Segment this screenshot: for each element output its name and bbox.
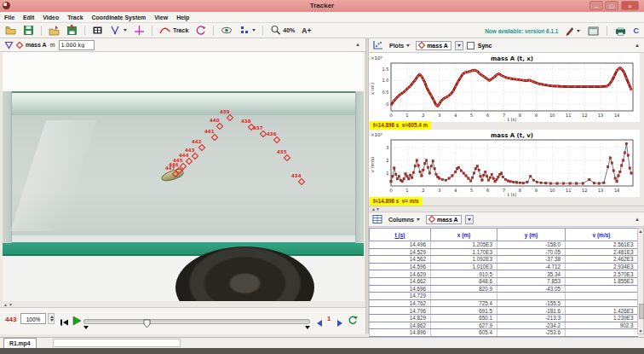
- mass-value-input[interactable]: [59, 40, 95, 50]
- scroll-down-icon[interactable]: ▼: [638, 328, 643, 334]
- data-table[interactable]: t (s)x (m)y (m)v (m/s) 14.4961.205E3-158…: [369, 228, 638, 337]
- table-cell: 14.829: [370, 314, 431, 322]
- zoom-button[interactable]: 40%: [268, 24, 296, 37]
- svg-text:1: 1: [405, 113, 408, 118]
- scrollbar-thumb[interactable]: [639, 304, 644, 319]
- axes-button[interactable]: [132, 24, 147, 37]
- table-cell: 1.426E3: [566, 307, 638, 315]
- plot-v-vs-t[interactable]: 01234567891011121314123t (s) ×10³ mass A…: [369, 130, 640, 197]
- filmstrip-icon: [92, 25, 103, 36]
- plot1-scale-label: ×10³: [371, 55, 382, 61]
- play-button[interactable]: [72, 314, 82, 329]
- table-row[interactable]: 14.896605.4-253.6: [370, 329, 638, 337]
- zoom-spinner-buttons[interactable]: [48, 313, 55, 324]
- plots-button-label: Plots: [389, 43, 404, 49]
- plot-track-select[interactable]: mass A: [416, 41, 451, 50]
- table-row[interactable]: 14.762725.4-155.5: [370, 299, 638, 307]
- clip-start-marker[interactable]: [83, 326, 89, 329]
- table-row[interactable]: 14.729: [370, 293, 638, 300]
- open-button[interactable]: [3, 24, 18, 37]
- svg-text:4: 4: [454, 113, 457, 118]
- export-button[interactable]: [65, 24, 79, 37]
- svg-text:11: 11: [566, 188, 571, 193]
- table-cell: 2.570E3: [566, 270, 638, 278]
- print-button[interactable]: [613, 26, 628, 37]
- column-header-ts[interactable]: t (s): [370, 229, 431, 241]
- table-track-dropdown[interactable]: [465, 215, 474, 224]
- menu-help[interactable]: Help: [176, 15, 189, 20]
- table-row[interactable]: 14.5291.170E3-70.052.481E3: [370, 248, 638, 256]
- columns-button-label: Columns: [388, 217, 414, 223]
- step-forward-button[interactable]: [336, 316, 344, 331]
- table-row[interactable]: 14.829650.1-213.31.239E3: [370, 314, 638, 322]
- collapse-trackbar-arrow[interactable]: ▲: [355, 42, 360, 47]
- pencil-icon: [565, 26, 575, 36]
- column-header-ym[interactable]: y (m): [497, 229, 566, 241]
- table-row[interactable]: 14.862627.9-234.2902.3: [370, 322, 638, 329]
- menu-view[interactable]: View: [154, 15, 168, 20]
- close-button[interactable]: ×: [621, 1, 639, 10]
- collapse-table-arrow[interactable]: ▲: [635, 217, 640, 222]
- pencil-drawing-button[interactable]: [563, 25, 582, 37]
- slider-thumb[interactable]: [143, 316, 151, 332]
- world-view-button[interactable]: [238, 24, 257, 37]
- update-notice[interactable]: Now available: version 6.1.1: [485, 28, 558, 34]
- title-bar[interactable]: Tracker – □ ×: [0, 0, 644, 13]
- table-row[interactable]: 14.796691.5-181.61.426E3: [370, 307, 638, 315]
- step-back-button[interactable]: [315, 316, 324, 331]
- table-row[interactable]: 14.696820.9-43.05: [370, 285, 638, 293]
- table-cell: -158.0: [497, 241, 566, 249]
- new-track-button[interactable]: Track: [158, 24, 190, 37]
- track-control-bar: mass A m ▲: [0, 38, 365, 52]
- svg-text:t (s): t (s): [508, 117, 516, 122]
- dropdown-caret-icon: [457, 44, 461, 47]
- video-zoom-value[interactable]: 100%: [20, 313, 46, 324]
- visibility-button[interactable]: [219, 24, 234, 37]
- memory-refresh-button[interactable]: C: [632, 26, 641, 36]
- table-cell: 1.239E3: [566, 314, 638, 322]
- table-row[interactable]: 14.662848.67.8531.855E3: [370, 277, 638, 285]
- save-button[interactable]: [21, 24, 36, 37]
- loop-button[interactable]: [348, 313, 358, 328]
- collapse-plots-arrow[interactable]: ▲: [635, 43, 640, 48]
- table-scrollbar[interactable]: ▲ ▼: [637, 228, 644, 334]
- table-row[interactable]: 14.629910.535.342.570E3: [370, 270, 638, 278]
- table-cell: 14.596: [370, 263, 431, 270]
- columns-menu-button[interactable]: Columns: [386, 216, 423, 223]
- sync-checkbox[interactable]: [467, 42, 474, 49]
- calibration-tools-button[interactable]: [108, 24, 129, 37]
- plot-x-vs-t[interactable]: 0123456789101112131400.51.01.5t (s) ×10³…: [369, 53, 640, 122]
- minimize-button[interactable]: –: [589, 1, 603, 10]
- desktop-button[interactable]: [586, 26, 601, 37]
- table-row[interactable]: 14.5961.010E3-4.7122.934E3: [370, 263, 638, 270]
- maximize-button[interactable]: □: [605, 1, 618, 10]
- video-player-bar: 443 100% 1: [0, 307, 365, 334]
- reset-button[interactable]: [60, 315, 69, 330]
- plot-track-dropdown[interactable]: [455, 41, 463, 50]
- menu-edit[interactable]: Edit: [23, 15, 34, 20]
- font-size-button[interactable]: A+: [300, 26, 313, 36]
- scroll-up-icon[interactable]: ▲: [638, 229, 643, 234]
- column-header-vms[interactable]: v (m/s): [566, 229, 638, 241]
- table-cell: -37.38: [497, 256, 566, 264]
- column-header-xm[interactable]: x (m): [431, 229, 497, 241]
- menu-video[interactable]: Video: [43, 15, 59, 20]
- import-button[interactable]: [47, 24, 61, 37]
- clip-settings-button[interactable]: [90, 24, 105, 37]
- plots-menu-button[interactable]: Plots: [387, 42, 412, 49]
- table-row[interactable]: 14.4961.205E3-158.02.561E3: [370, 241, 638, 249]
- track-menu-icon[interactable]: [4, 41, 14, 49]
- plot-axes-icon: [372, 40, 383, 50]
- horizontal-splitter[interactable]: ▲▼: [369, 206, 644, 212]
- clip-end-marker[interactable]: [305, 326, 310, 329]
- frame-slider[interactable]: [83, 319, 310, 324]
- table-row[interactable]: 14.5621.092E3-37.382.462E3: [370, 256, 638, 264]
- track-name-label[interactable]: mass A: [26, 42, 47, 48]
- menu-coordinate-system[interactable]: Coordinate System: [92, 15, 147, 20]
- video-frame[interactable]: 4344354364374384394404414424434444454464…: [3, 52, 364, 301]
- menu-file[interactable]: File: [4, 15, 14, 20]
- table-track-select[interactable]: mass A: [426, 215, 462, 224]
- autotracker-button[interactable]: [193, 24, 208, 37]
- menu-track[interactable]: Track: [67, 15, 83, 20]
- step-size-label[interactable]: 1: [327, 315, 331, 322]
